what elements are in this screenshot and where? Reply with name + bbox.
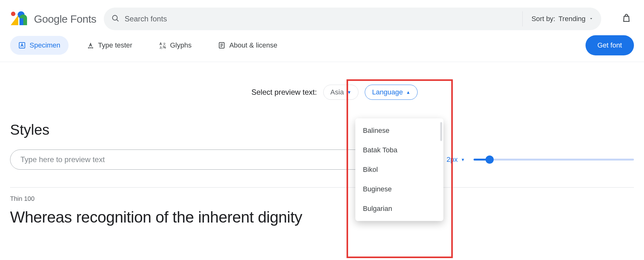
about-icon <box>218 42 225 49</box>
language-dropdown[interactable]: Balinese Batak Toba Bikol Buginese Bulga… <box>355 118 443 221</box>
language-chip[interactable]: Language ▲ <box>365 85 418 100</box>
svg-text:A: A <box>159 42 162 46</box>
style-row: Thin 100 Whereas recognition of the inhe… <box>10 187 634 226</box>
preview-text-label: Select preview text: <box>252 88 317 97</box>
sort-dropdown[interactable]: Sort by: Trending <box>522 11 594 26</box>
language-chip-label: Language <box>372 88 403 96</box>
language-option[interactable]: Batak Toba <box>355 140 443 160</box>
specimen-icon <box>18 42 26 49</box>
styles-heading: Styles <box>10 121 634 138</box>
shopping-bag-icon <box>622 14 631 24</box>
svg-rect-3 <box>19 18 23 25</box>
tab-about-license[interactable]: About & license <box>210 36 286 55</box>
region-chip-label: Asia <box>330 88 344 96</box>
fonts-logo-icon <box>10 11 28 27</box>
language-option[interactable]: Buginese <box>355 179 443 199</box>
tab-label: About & license <box>229 41 277 49</box>
tab-glyphs[interactable]: A 文 あ % Glyphs <box>151 36 200 55</box>
language-option[interactable]: Bikol <box>355 160 443 179</box>
search-input[interactable] <box>125 14 517 23</box>
tab-label: Specimen <box>30 41 60 49</box>
region-chip[interactable]: Asia ▼ <box>323 85 359 100</box>
sort-value: Trending <box>558 15 586 23</box>
type-tester-icon <box>87 42 94 49</box>
brand-logo[interactable]: Google Fonts <box>10 11 96 27</box>
tab-label: Type tester <box>98 41 132 49</box>
get-font-label: Get font <box>597 41 622 49</box>
search-icon <box>111 14 119 24</box>
tab-label: Glyphs <box>170 41 192 49</box>
svg-text:あ: あ <box>159 46 163 49</box>
chevron-down-icon: ▼ <box>461 157 465 162</box>
search-bar[interactable]: Sort by: Trending <box>104 8 601 30</box>
style-preview-text: Whereas recognition of the inherent dign… <box>10 208 634 226</box>
language-option[interactable]: Bulgarian <box>355 199 443 218</box>
style-weight-label: Thin 100 <box>10 195 634 202</box>
brand-wordmark: Google Fonts <box>34 13 96 25</box>
tab-type-tester[interactable]: Type tester <box>79 36 141 55</box>
svg-text:%: % <box>163 45 166 49</box>
slider-thumb[interactable] <box>486 155 494 164</box>
svg-line-5 <box>117 20 118 21</box>
svg-point-4 <box>113 15 117 20</box>
tab-specimen[interactable]: Specimen <box>10 36 69 55</box>
svg-marker-2 <box>11 15 18 25</box>
font-size-value: 2px <box>447 155 458 164</box>
glyphs-icon: A 文 あ % <box>159 42 166 49</box>
svg-point-0 <box>11 12 15 16</box>
get-font-button[interactable]: Get font <box>586 35 634 55</box>
language-option[interactable]: Balinese <box>355 121 443 140</box>
shopping-bag-button[interactable] <box>619 11 634 26</box>
sort-label: Sort by: <box>531 15 555 23</box>
font-size-select[interactable]: 2px ▼ <box>447 155 465 164</box>
font-size-slider[interactable] <box>474 159 634 161</box>
chevron-down-icon: ▼ <box>347 90 351 95</box>
chevron-down-icon <box>589 15 594 23</box>
chevron-up-icon: ▲ <box>406 90 410 95</box>
slider-track <box>474 159 634 161</box>
